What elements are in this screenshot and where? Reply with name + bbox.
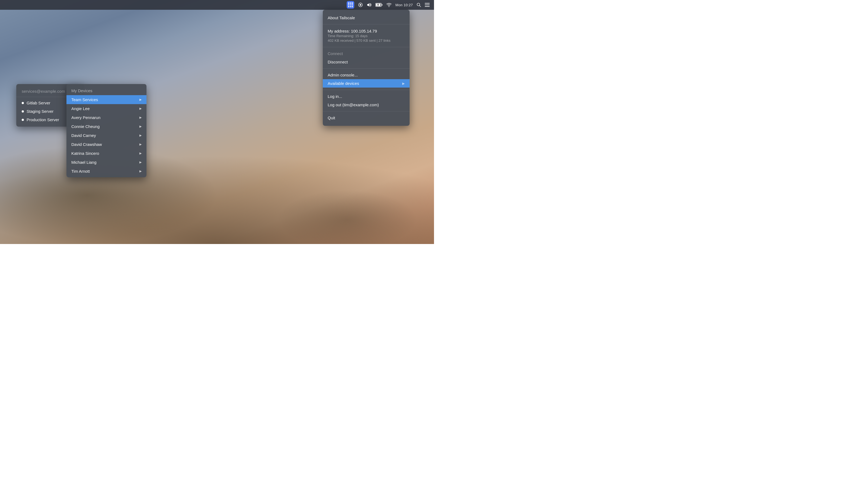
tailscale-dropdown: About Tailscale My address: 100.105.14.7… (323, 10, 410, 126)
svg-rect-10 (425, 6, 430, 7)
svg-rect-9 (425, 5, 430, 5)
tailscale-dot-9 (351, 6, 353, 7)
password-manager-icon[interactable] (358, 2, 363, 7)
svg-rect-8 (425, 3, 430, 3)
control-center-icon[interactable] (425, 3, 430, 7)
sidebar-item-david-carney[interactable]: David Carney ▶ (66, 131, 147, 140)
tailscale-dot-5 (350, 4, 351, 6)
sidebar-item-team-services[interactable]: Team Services ▶ (66, 95, 147, 104)
chevron-right-icon: ▶ (140, 116, 142, 119)
admin-section: Admin console... Available devices ▶ (323, 69, 410, 90)
chevron-right-icon: ▶ (140, 125, 142, 128)
quit-section: Quit (323, 111, 410, 124)
spotlight-search-icon[interactable] (416, 3, 421, 7)
sidebar-item-avery-pennarun[interactable]: Avery Pennarun ▶ (66, 113, 147, 122)
quit-item[interactable]: Quit (323, 113, 410, 122)
about-section: About Tailscale (323, 11, 410, 24)
admin-console-item[interactable]: Admin console... (323, 71, 410, 79)
auth-section: Log in... Log out (tim@example.com) (323, 90, 410, 111)
sidebar-item-connie-cheung[interactable]: Connie Cheung ▶ (66, 122, 147, 131)
wifi-icon[interactable] (386, 3, 392, 7)
stats-label: 402 KB received | 570 KB sent | 27 links (328, 38, 405, 42)
svg-rect-4 (382, 4, 382, 6)
available-devices-item[interactable]: Available devices ▶ (323, 79, 410, 88)
chevron-right-icon: ▶ (140, 152, 142, 155)
chevron-right-icon: ▶ (140, 134, 142, 137)
chevron-right-icon: ▶ (140, 107, 142, 110)
chevron-right-icon: ▶ (140, 142, 142, 146)
svg-line-7 (420, 6, 421, 7)
sidebar-item-david-crawshaw[interactable]: David Crawshaw ▶ (66, 140, 147, 149)
tailscale-dot-3 (351, 2, 353, 4)
tailscale-dot-1 (348, 2, 349, 4)
chevron-right-icon: ▶ (140, 161, 142, 164)
svg-marker-2 (367, 3, 369, 7)
menubar: Mon 10:27 (0, 0, 434, 10)
sidebar-item-katrina-sincero[interactable]: Katrina Sincero ▶ (66, 149, 147, 158)
menubar-clock: Mon 10:27 (396, 3, 413, 7)
bullet-icon (22, 119, 24, 121)
battery-icon[interactable] (375, 3, 382, 7)
volume-icon[interactable] (367, 3, 372, 7)
login-item[interactable]: Log in... (323, 92, 410, 101)
sidebar-item-michael-liang[interactable]: Michael Liang ▶ (66, 158, 147, 167)
info-section: My address: 100.105.14.79 Time Remaining… (323, 24, 410, 47)
tailscale-dot-6 (351, 4, 353, 6)
connect-item[interactable]: Connect (323, 50, 410, 58)
logout-item[interactable]: Log out (tim@example.com) (323, 101, 410, 109)
tailscale-menubar-icon[interactable] (347, 1, 354, 9)
tailscale-dot-2 (350, 2, 351, 4)
about-tailscale-item[interactable]: About Tailscale (323, 13, 410, 22)
tailscale-dot-8 (350, 6, 351, 7)
my-devices-header: My Devices (66, 86, 147, 95)
sidebar-item-angie-lee[interactable]: Angie Lee ▶ (66, 104, 147, 113)
bullet-icon (22, 110, 24, 112)
menubar-system-icons: Mon 10:27 (347, 1, 430, 9)
my-devices-panel: My Devices Team Services ▶ Angie Lee ▶ A… (66, 84, 147, 177)
chevron-right-icon: ▶ (140, 98, 142, 101)
time-remaining-label: Time Remaining: 15 days (328, 34, 405, 38)
chevron-right-icon: ▶ (402, 82, 405, 86)
address-info: My address: 100.105.14.79 Time Remaining… (323, 27, 410, 45)
connection-section: Connect Disconnect (323, 47, 410, 69)
svg-point-1 (360, 4, 361, 6)
chevron-right-icon: ▶ (140, 169, 142, 173)
sidebar-item-tim-arnott[interactable]: Tim Arnott ▶ (66, 167, 147, 176)
bullet-icon (22, 102, 24, 104)
tailscale-dot-7 (348, 6, 349, 7)
disconnect-item[interactable]: Disconnect (323, 58, 410, 66)
ip-address-label: My address: 100.105.14.79 (328, 29, 405, 33)
tailscale-dot-4 (348, 4, 349, 6)
